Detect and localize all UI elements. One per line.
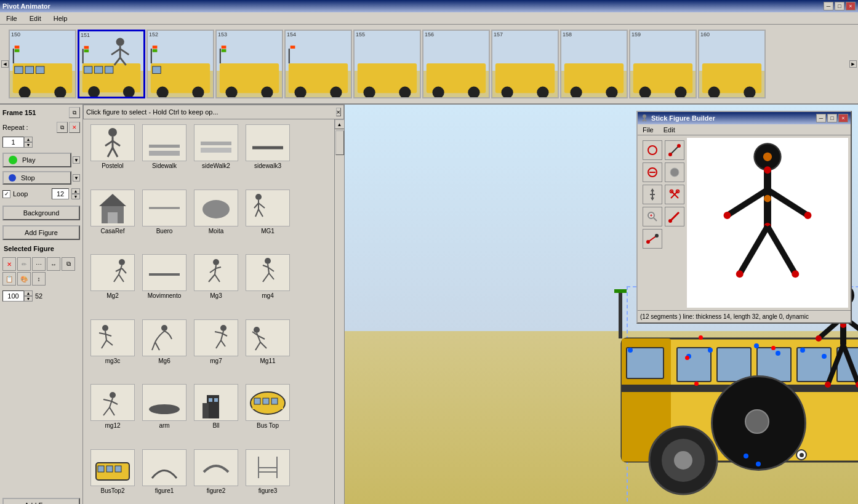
- loop-value-input[interactable]: [52, 188, 69, 199]
- repeat-spin-down[interactable]: ▼: [24, 142, 33, 148]
- sfb-tool-line-red[interactable]: [643, 229, 662, 249]
- background-button[interactable]: Background: [2, 206, 80, 220]
- close-button[interactable]: ×: [846, 2, 856, 10]
- zoom-spin-down[interactable]: ▼: [24, 296, 33, 302]
- frame-info-row: Frame 151 ⧉: [2, 107, 80, 118]
- figure-item-bustop2[interactable]: BusTop2: [88, 449, 137, 505]
- zoom-input[interactable]: [2, 290, 24, 302]
- sfb-maximize-btn[interactable]: □: [827, 114, 837, 122]
- add-frame-button[interactable]: Add Frame: [2, 498, 80, 504]
- maximize-button[interactable]: □: [835, 2, 844, 10]
- sfb-tool-magnify[interactable]: [643, 207, 662, 226]
- figure-item-movimnento[interactable]: Movimnento: [140, 254, 189, 317]
- sfb-close-btn[interactable]: ×: [838, 114, 848, 122]
- frame-thumb-3[interactable]: 153: [215, 30, 283, 98]
- sfb-title-bar: Stick Figure Builder ─ □ ×: [638, 112, 851, 124]
- figure-item-mg6[interactable]: Mg6: [140, 319, 189, 382]
- canvas-area[interactable]: BUS: [345, 105, 858, 504]
- scroll-up-btn[interactable]: ▲: [335, 119, 345, 129]
- figure-item-postelol[interactable]: Postelol: [88, 124, 137, 187]
- figure-item-bustop[interactable]: Bus Top: [243, 384, 292, 447]
- svg-rect-34: [220, 49, 221, 63]
- menu-help[interactable]: Help: [50, 14, 71, 23]
- flip-h-btn[interactable]: ↔: [47, 257, 60, 271]
- figure-item-chair[interactable]: figure3: [243, 449, 292, 505]
- repeat-spin-up[interactable]: ▲: [24, 137, 33, 142]
- sfb-menu-file[interactable]: File: [640, 126, 656, 134]
- figure-item-arc2[interactable]: figure2: [191, 449, 241, 505]
- figure-item-mg11[interactable]: Mg11: [243, 319, 292, 382]
- copy-figure-btn[interactable]: ⧉: [62, 257, 75, 271]
- figure-item-sidewalk2[interactable]: sideWalk2: [191, 124, 241, 187]
- figure-item-moita[interactable]: Moita: [191, 190, 241, 252]
- figure-item-arc1[interactable]: figure1: [140, 449, 189, 505]
- stop-button[interactable]: Stop: [2, 171, 71, 185]
- svg-line-214: [644, 119, 646, 121]
- figure-item-mg2[interactable]: Mg2: [88, 254, 137, 317]
- figure-item-sidewalk[interactable]: Sidewalk: [140, 124, 189, 187]
- figure-item-mg7[interactable]: mg7: [191, 319, 241, 382]
- frame-thumb-6[interactable]: 156: [422, 30, 490, 98]
- sfb-tool-arrows[interactable]: [643, 185, 662, 204]
- loop-checkbox[interactable]: ✓: [2, 190, 10, 198]
- sfb-tool-scissors[interactable]: [665, 185, 684, 204]
- stop-scroll-btn[interactable]: ▼: [73, 174, 80, 182]
- sfb-menu-edit[interactable]: Edit: [661, 126, 678, 134]
- repeat-delete-btn[interactable]: ✕: [69, 122, 80, 133]
- figure-item-casaref[interactable]: CasaRef: [88, 190, 137, 252]
- timeline-right-nav[interactable]: ►: [849, 60, 857, 68]
- frame-thumb-0[interactable]: 150: [9, 30, 76, 98]
- frame-thumb-10[interactable]: 160: [698, 30, 766, 98]
- add-figure-button[interactable]: Add Figure: [2, 225, 80, 240]
- figure-item-buero[interactable]: Buero: [140, 190, 189, 252]
- figure-item-mg4[interactable]: mg4: [243, 254, 292, 317]
- figure-item-mg12[interactable]: mg12: [88, 384, 137, 447]
- delete-figure-btn[interactable]: ✕: [2, 257, 16, 271]
- frame-thumb-2[interactable]: 152: [146, 30, 214, 98]
- flip-v-btn[interactable]: ↕: [32, 272, 46, 286]
- sfb-tool-circle-hollow[interactable]: [643, 140, 662, 160]
- loop-spin-up[interactable]: ▲: [71, 188, 80, 194]
- loop-spin-down[interactable]: ▼: [71, 194, 80, 199]
- figure-panel-scrollbar[interactable]: ▲ ▼: [334, 119, 344, 504]
- sfb-tool-no-entry[interactable]: [643, 162, 662, 182]
- frame-thumb-5[interactable]: 155: [353, 30, 421, 98]
- frame-thumb-8[interactable]: 158: [560, 30, 628, 98]
- figure-item-arm[interactable]: arm: [140, 384, 189, 447]
- menu-edit[interactable]: Edit: [26, 14, 45, 23]
- frame-thumb-9[interactable]: 159: [629, 30, 697, 98]
- figure-panel-close[interactable]: ×: [336, 108, 341, 116]
- repeat-copy-btn[interactable]: ⧉: [57, 122, 68, 133]
- timeline-left-nav[interactable]: ◄: [1, 60, 9, 68]
- sfb-title-label: Stick Figure Builder: [651, 114, 715, 122]
- frame-thumb-7[interactable]: 157: [491, 30, 559, 98]
- color-btn[interactable]: 🎨: [17, 272, 31, 286]
- figure-item-sidewalk3[interactable]: sidewalk3: [243, 124, 292, 187]
- figure-item-mg3c[interactable]: mg3c: [88, 319, 137, 382]
- figure-item-bll[interactable]: Bll: [191, 384, 241, 447]
- svg-rect-12: [105, 66, 113, 73]
- svg-line-248: [768, 190, 808, 215]
- sfb-minimize-btn[interactable]: ─: [816, 114, 826, 122]
- play-button[interactable]: Play: [2, 153, 71, 167]
- play-scroll-btn[interactable]: ▼: [73, 156, 80, 164]
- figure-item-mg3[interactable]: Mg3: [191, 254, 241, 317]
- scroll-thumb[interactable]: [335, 130, 344, 155]
- frame-copy-button[interactable]: ⧉: [69, 107, 80, 118]
- tool-btn-3[interactable]: ⋯: [32, 257, 46, 271]
- svg-line-62: [105, 141, 113, 146]
- svg-rect-16: [84, 46, 89, 49]
- figure-item-mg1[interactable]: MG1: [243, 190, 292, 252]
- frame-thumb-4[interactable]: 154: [284, 30, 352, 98]
- repeat-input[interactable]: [2, 137, 24, 148]
- zoom-spin-up[interactable]: ▲: [24, 290, 33, 296]
- sfb-tool-circle-gray[interactable]: [665, 162, 684, 182]
- sfb-tool-line[interactable]: [665, 140, 684, 160]
- paste-figure-btn[interactable]: 📋: [2, 272, 16, 286]
- minimize-button[interactable]: ─: [824, 2, 833, 10]
- edit-figure-btn[interactable]: ✏: [17, 257, 31, 271]
- sfb-figure-canvas[interactable]: [687, 138, 848, 308]
- menu-file[interactable]: File: [2, 14, 21, 23]
- sfb-tool-cross-red[interactable]: [665, 207, 684, 226]
- frame-thumb-1[interactable]: 151: [78, 30, 145, 98]
